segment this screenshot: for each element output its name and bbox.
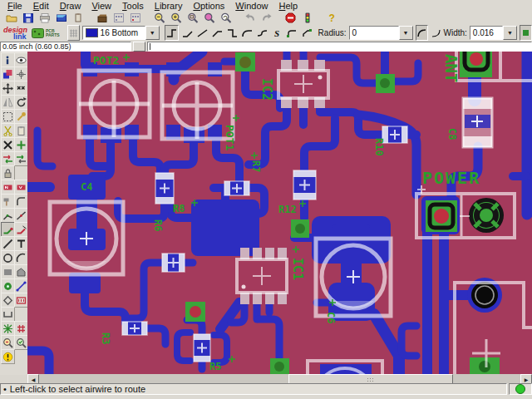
layer-value: 16 Bottom bbox=[101, 28, 139, 37]
change-tool-button[interactable] bbox=[14, 109, 28, 124]
group-tool-button[interactable] bbox=[1, 109, 15, 124]
erc-tool-button[interactable] bbox=[14, 335, 28, 350]
value-tool-button[interactable] bbox=[14, 180, 28, 195]
rotate-tool-button[interactable] bbox=[14, 95, 28, 110]
bend-corner-90-before-button[interactable] bbox=[165, 25, 179, 41]
bend-corner-45-end-button[interactable] bbox=[181, 26, 194, 40]
polygon-tool-button[interactable] bbox=[14, 264, 28, 279]
ratsnest-tool-button[interactable] bbox=[1, 321, 15, 336]
layer-dropdown-arrow[interactable]: ▼ bbox=[145, 26, 160, 40]
signal-tool-button[interactable] bbox=[14, 278, 28, 293]
zoom-select-icon[interactable] bbox=[203, 12, 216, 24]
open-icon[interactable] bbox=[5, 12, 18, 24]
move-tool-button[interactable] bbox=[1, 81, 15, 96]
stop-icon[interactable] bbox=[284, 12, 298, 24]
bend-diagonal-button[interactable] bbox=[196, 26, 209, 40]
copy-tool-button[interactable] bbox=[14, 81, 28, 96]
grid-button[interactable] bbox=[67, 25, 80, 41]
ripup-tool-button[interactable] bbox=[14, 222, 28, 237]
add-tool-button[interactable] bbox=[14, 137, 28, 152]
bend-spline-button[interactable]: S bbox=[271, 26, 283, 40]
drc-tool-button[interactable] bbox=[1, 335, 15, 350]
clipboard-icon[interactable] bbox=[71, 12, 85, 24]
arc-tool-button[interactable] bbox=[14, 250, 28, 265]
display-tool-button[interactable] bbox=[1, 66, 15, 81]
lock-tool-button[interactable] bbox=[1, 165, 15, 180]
radius-select[interactable]: 0 ▼ bbox=[349, 26, 413, 40]
name-tool-button[interactable] bbox=[1, 180, 15, 195]
bend-free-arc-button[interactable] bbox=[256, 26, 268, 40]
smash-tool-button[interactable] bbox=[1, 194, 15, 209]
auto-router-tool-button[interactable] bbox=[14, 321, 28, 336]
pinswap-tool-button[interactable] bbox=[1, 151, 15, 166]
circle-tool-button[interactable] bbox=[1, 250, 15, 265]
menu-view[interactable]: View bbox=[87, 1, 118, 11]
miter-tool-button[interactable] bbox=[14, 194, 28, 209]
width-dropdown-arrow[interactable]: ▼ bbox=[503, 26, 517, 40]
text-tool-button[interactable] bbox=[14, 236, 28, 251]
show-tool-button[interactable] bbox=[14, 52, 28, 67]
optimize-tool-button[interactable] bbox=[14, 208, 28, 223]
rect-tool-button[interactable] bbox=[1, 264, 15, 279]
via-tool-button[interactable] bbox=[1, 278, 15, 293]
mark-tool-button[interactable] bbox=[14, 66, 28, 81]
menu-draw[interactable]: Draw bbox=[56, 1, 88, 11]
arc-cw-button[interactable] bbox=[431, 26, 441, 40]
via-square-button[interactable] bbox=[520, 25, 532, 41]
split-tool-button[interactable] bbox=[1, 208, 15, 223]
attribute-tool-button[interactable] bbox=[14, 293, 28, 308]
route-tool-button[interactable] bbox=[1, 222, 15, 237]
bend-corner-90-after-button[interactable] bbox=[226, 26, 239, 40]
coordinate-mode-button[interactable] bbox=[133, 42, 145, 52]
menu-file[interactable]: File bbox=[3, 1, 29, 11]
pcb-drawing: POT2 POT1 IC2 ANT R10 C8 POWER C4 R8 R7 … bbox=[27, 52, 532, 374]
menu-library[interactable]: Library bbox=[150, 1, 190, 11]
menu-options[interactable]: Options bbox=[189, 1, 231, 11]
save-icon[interactable] bbox=[22, 12, 35, 24]
zoom-fit-icon[interactable] bbox=[186, 12, 200, 24]
menu-edit[interactable]: Edit bbox=[29, 1, 56, 11]
paste-tool-button[interactable] bbox=[14, 123, 28, 138]
bend-arc-90-button[interactable] bbox=[241, 26, 254, 40]
scrollbar-track[interactable] bbox=[39, 374, 520, 383]
status-message: Left-click to select airwire to route bbox=[10, 384, 145, 394]
traffic-light-icon[interactable] bbox=[301, 12, 314, 24]
label-ic2: IC2 bbox=[259, 78, 274, 101]
cut-tool-button[interactable] bbox=[1, 123, 15, 138]
meander-tool-button[interactable] bbox=[1, 307, 15, 322]
help-icon[interactable]: ? bbox=[325, 12, 338, 24]
zoom-out-icon[interactable] bbox=[153, 12, 166, 24]
library-icon[interactable] bbox=[96, 12, 109, 24]
miter-straight-button[interactable] bbox=[301, 26, 313, 40]
wire-tool-button[interactable] bbox=[1, 236, 15, 251]
bend-corner-45-start-button[interactable] bbox=[211, 26, 224, 40]
undo-icon[interactable] bbox=[244, 12, 257, 24]
menu-window[interactable]: Window bbox=[231, 1, 274, 11]
horizontal-scrollbar[interactable]: ◀ ▶ bbox=[27, 374, 532, 383]
command-input[interactable] bbox=[147, 42, 532, 52]
print-icon[interactable] bbox=[38, 12, 52, 24]
select-layer-icon[interactable] bbox=[112, 12, 126, 24]
cam-processor-icon[interactable] bbox=[55, 12, 68, 24]
zoom-redraw-icon[interactable] bbox=[219, 12, 233, 24]
zoom-in-icon[interactable] bbox=[170, 12, 183, 24]
pcb-parts-icon[interactable]: PCBPARTS bbox=[32, 28, 60, 38]
hole-tool-button[interactable] bbox=[1, 293, 15, 308]
arc-ccw-button[interactable] bbox=[416, 25, 428, 41]
info-tool-button[interactable] bbox=[1, 52, 15, 67]
mirror-tool-button[interactable] bbox=[1, 95, 15, 110]
errors-tool-button[interactable] bbox=[1, 349, 15, 364]
delete-tool-button[interactable] bbox=[1, 137, 15, 152]
miter-round-button[interactable] bbox=[286, 26, 298, 40]
radius-dropdown-arrow[interactable]: ▼ bbox=[399, 26, 413, 40]
redo-icon[interactable] bbox=[260, 12, 273, 24]
label-r7: R7 bbox=[250, 160, 262, 172]
menu-tools[interactable]: Tools bbox=[118, 1, 150, 11]
label-c4: C4 bbox=[81, 181, 92, 193]
layer-select[interactable]: 16 Bottom ▼ bbox=[82, 26, 160, 40]
gateswap-tool-button[interactable] bbox=[14, 151, 28, 166]
menu-help[interactable]: Help bbox=[274, 1, 304, 11]
board-canvas[interactable]: POT2 POT1 IC2 ANT R10 C8 POWER C4 R8 R7 … bbox=[27, 52, 532, 374]
width-select[interactable]: 0.016 ▼ bbox=[470, 26, 517, 40]
select-mask-icon[interactable] bbox=[129, 12, 142, 24]
